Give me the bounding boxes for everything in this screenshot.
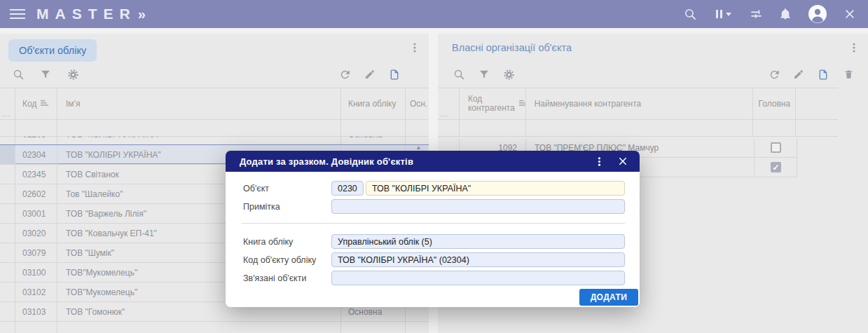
cell-code[interactable]: 03079: [15, 243, 57, 262]
tune-icon[interactable]: [749, 7, 763, 21]
add-button[interactable]: ДОДАТИ: [579, 289, 638, 306]
book-label: Книга обліку: [243, 234, 293, 249]
cell-code[interactable]: 02203: [15, 137, 57, 144]
bell-icon[interactable]: [778, 7, 792, 21]
refresh-icon[interactable]: [338, 67, 352, 81]
main-checkbox-unchecked[interactable]: [771, 142, 781, 153]
partially-visible-row[interactable]: [0, 322, 429, 333]
refresh-icon[interactable]: [767, 67, 781, 81]
organizations-table-header: ... Код контрагента Найменування контраг…: [438, 88, 838, 120]
gear-icon[interactable]: [66, 67, 80, 81]
objects-filter-row[interactable]: [0, 120, 429, 137]
sort-icon[interactable]: [41, 100, 48, 109]
partially-scrolled-row[interactable]: 02203 ТОВ "КОЛІБРІ УКРАЇНА" Основна: [0, 137, 429, 145]
note-input[interactable]: [331, 199, 625, 214]
objects-table-header: ... Код Ім'я Книга обліку Осн. с: [0, 88, 429, 120]
column-header-osn[interactable]: Осн. с: [406, 88, 429, 119]
tab-objects-label: Об'єкти обліку: [19, 45, 86, 56]
search-icon[interactable]: [452, 67, 466, 81]
app-logo: MASTER: [36, 6, 137, 22]
column-header-contractor-code[interactable]: Код контрагента: [460, 88, 526, 119]
menu-icon[interactable]: [10, 9, 25, 19]
linked-objects-label: Зв'язані об'єкти: [243, 271, 306, 285]
column-header-contractor-name[interactable]: Найменування контрагента: [526, 88, 754, 119]
avatar-icon[interactable]: [808, 4, 827, 24]
account-object-code-input[interactable]: [331, 252, 625, 267]
panel-objects-toolbar: [0, 62, 429, 88]
divider: [242, 223, 625, 224]
cell-code[interactable]: 02602: [15, 184, 57, 203]
linked-objects-input[interactable]: [331, 271, 625, 285]
column-header-book[interactable]: Книга обліку: [341, 88, 406, 119]
search-icon[interactable]: [11, 67, 25, 81]
filter-icon[interactable]: [477, 67, 491, 81]
book-input[interactable]: [331, 234, 625, 249]
cell-code[interactable]: 03001: [15, 204, 57, 223]
column-header-main[interactable]: Головна: [753, 88, 796, 119]
main-checkbox-checked[interactable]: [771, 162, 781, 172]
object-name-input[interactable]: [366, 181, 625, 196]
top-app-bar: MASTER »: [0, 0, 868, 28]
cell-name[interactable]: ТОВ "КОЛІБРІ УКРАЇНА": [57, 137, 341, 144]
dialog-close-icon[interactable]: [616, 154, 630, 168]
note-label: Примітка: [243, 199, 280, 214]
object-label: Об'єкт: [243, 181, 269, 196]
organizations-filter-row[interactable]: [438, 120, 838, 137]
filter-icon[interactable]: [39, 67, 53, 81]
column-header-code[interactable]: Код: [15, 88, 57, 119]
account-object-code-label: Код об'єкту обліку: [243, 252, 316, 267]
cell-book[interactable]: Основна: [341, 137, 406, 144]
edit-icon[interactable]: [363, 67, 377, 81]
column-header-name[interactable]: Ім'я: [57, 88, 341, 119]
new-document-icon[interactable]: [387, 67, 401, 81]
panel-title: Власні організації об'єкта: [452, 34, 572, 62]
gear-icon[interactable]: [502, 67, 516, 81]
panel-organizations-toolbar: [438, 62, 868, 88]
logo-chevrons: »: [138, 6, 147, 22]
edit-icon[interactable]: [792, 67, 806, 81]
tab-objects[interactable]: Об'єкти обліку: [8, 39, 97, 62]
cell-code[interactable]: 02304: [15, 145, 57, 164]
cell-code[interactable]: 03103: [15, 302, 57, 321]
cell-code[interactable]: 03102: [15, 283, 57, 301]
close-icon[interactable]: [843, 7, 857, 21]
application-window: MASTER » Об'єкти о: [0, 0, 868, 333]
new-document-icon[interactable]: [816, 67, 830, 81]
pause-dropdown-icon[interactable]: [712, 7, 733, 21]
cell-code[interactable]: 03020: [15, 224, 57, 243]
scroll-up-arrow[interactable]: ▲: [415, 144, 422, 151]
object-code-input[interactable]: [331, 181, 364, 196]
search-icon[interactable]: [683, 7, 697, 21]
row-handle-header: ...: [438, 109, 450, 119]
cell-code[interactable]: 02345: [15, 165, 57, 184]
panel-organizations-kebab-icon[interactable]: [847, 41, 861, 55]
dialog-kebab-icon[interactable]: [592, 154, 606, 168]
row-handle-header: ...: [0, 109, 13, 119]
sort-icon[interactable]: [519, 100, 526, 109]
cell-code[interactable]: 03100: [15, 263, 57, 282]
panel-objects-kebab-icon[interactable]: [408, 41, 422, 55]
trash-icon[interactable]: [841, 67, 855, 81]
add-by-sample-dialog: Додати за зразком. Довідник об'єктів Об'…: [226, 151, 640, 307]
dialog-header: Додати за зразком. Довідник об'єктів: [226, 151, 640, 172]
dialog-title: Додати за зразком. Довідник об'єктів: [240, 156, 413, 167]
